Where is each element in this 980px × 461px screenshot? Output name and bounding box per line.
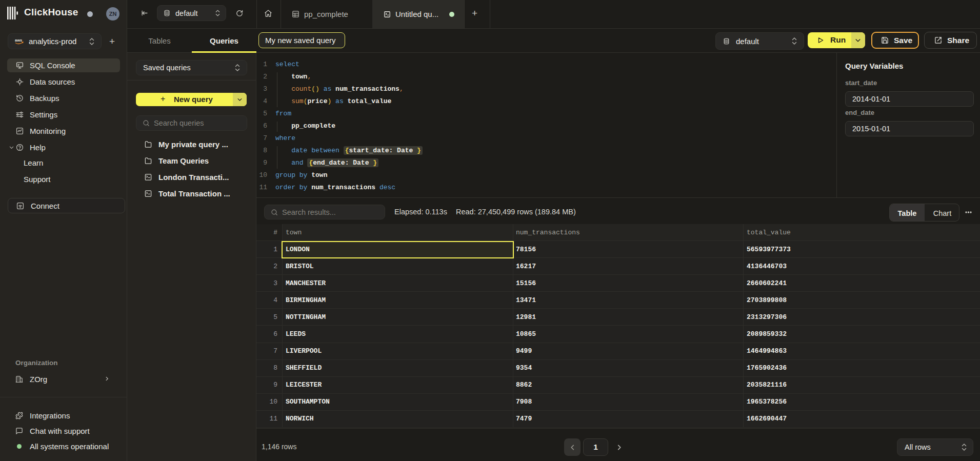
svg-text:aws: aws xyxy=(15,38,22,43)
